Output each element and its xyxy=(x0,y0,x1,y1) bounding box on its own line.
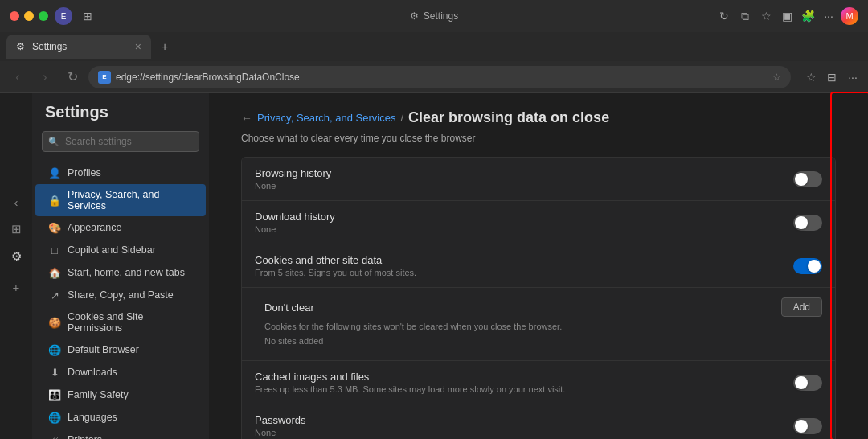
search-box: 🔍 xyxy=(42,131,199,152)
maximize-button[interactable] xyxy=(39,11,48,21)
breadcrumb-separator: / xyxy=(400,112,403,124)
sidebar-items: 👤Profiles🔒Privacy, Search, and Services🎨… xyxy=(32,162,209,439)
setting-row-cached: Cached images and files Frees up less th… xyxy=(242,361,835,404)
side-icons: ‹ ⊞ ⚙ + xyxy=(0,187,32,302)
toggle-browsing-history[interactable] xyxy=(793,171,822,187)
sidebar-item-family[interactable]: 👨‍👩‍👦Family Safety xyxy=(35,384,206,406)
star-icon[interactable]: ☆ xyxy=(772,72,781,83)
toggle-knob-cookies xyxy=(808,260,821,273)
site-favicon: E xyxy=(98,71,111,84)
setting-info-cookies: Cookies and other site data From 5 sites… xyxy=(255,254,780,277)
setting-label-passwords: Passwords xyxy=(255,414,780,426)
sidebar-item-profiles[interactable]: 👤Profiles xyxy=(35,162,206,184)
titlebar-right-icons: ↻ ⧉ ☆ ▣ 🧩 ··· M xyxy=(715,7,858,25)
sidebar-icon-share: ↗ xyxy=(48,289,61,302)
breadcrumb-parent[interactable]: Privacy, Search, and Services xyxy=(257,112,395,124)
sidebar-icon-family: 👨‍👩‍👦 xyxy=(48,388,61,401)
titlebar-center: ⚙ Settings xyxy=(410,10,458,22)
sidebar-label-cookies: Cookies and Site Permissions xyxy=(68,311,193,334)
tab-favicon: ⚙ xyxy=(16,41,27,52)
add-site-button[interactable]: Add xyxy=(781,297,822,317)
toggle-download-history[interactable] xyxy=(793,215,822,231)
sidebar-label-privacy: Privacy, Search, and Services xyxy=(68,189,193,211)
sidebar-toggle-icon[interactable]: ⊟ xyxy=(823,68,841,86)
toggle-highlight-box xyxy=(830,93,868,439)
more-icon[interactable]: ··· xyxy=(820,7,837,25)
browser-menu-icon[interactable]: ⊞ xyxy=(79,7,96,25)
sidebar-item-appearance[interactable]: 🎨Appearance xyxy=(35,216,206,239)
url-text: edge://settings/clearBrowsingDataOnClose xyxy=(116,72,768,83)
profile-avatar[interactable]: E xyxy=(55,7,72,25)
sidebar-label-start: Start, home, and new tabs xyxy=(68,267,185,278)
sidebar-icon-languages: 🌐 xyxy=(48,411,61,424)
window-title: Settings xyxy=(424,10,458,22)
refresh-button[interactable]: ↻ xyxy=(61,66,84,88)
sidebar-item-start[interactable]: 🏠Start, home, and new tabs xyxy=(35,261,206,284)
minimize-button[interactable] xyxy=(24,11,34,21)
extensions-icon[interactable]: 🧩 xyxy=(799,7,817,25)
setting-info-browsing-history: Browsing history None xyxy=(255,167,780,191)
side-settings-icon[interactable]: ⚙ xyxy=(4,244,28,269)
address-bar[interactable]: E edge://settings/clearBrowsingDataOnClo… xyxy=(88,66,791,88)
setting-info-cached: Cached images and files Frees up less th… xyxy=(255,371,780,394)
toggle-cookies[interactable] xyxy=(793,258,822,274)
titlebar: E ⊞ ⚙ Settings ↻ ⧉ ☆ ▣ 🧩 ··· M xyxy=(0,0,868,32)
setting-row-download-history: Download history None xyxy=(242,201,835,244)
refresh-icon[interactable]: ↻ xyxy=(715,7,733,25)
setting-label-download-history: Download history xyxy=(255,211,780,223)
settings-section: Browsing history None Download history N… xyxy=(241,157,836,439)
sidebar-item-downloads[interactable]: ⬇Downloads xyxy=(35,361,206,384)
sidebar-item-privacy[interactable]: 🔒Privacy, Search, and Services xyxy=(35,184,206,216)
main-content: ← Privacy, Search, and Services / Clear … xyxy=(209,93,868,439)
side-back-icon[interactable]: ‹ xyxy=(4,190,28,214)
toggle-passwords[interactable] xyxy=(793,418,822,434)
toggle-cached[interactable] xyxy=(793,375,822,391)
sidebar-item-browser[interactable]: 🌐Default Browser xyxy=(35,338,206,361)
setting-desc-browsing-history: None xyxy=(255,181,780,191)
tabbar: ⚙ Settings × + xyxy=(0,32,868,61)
profile-circle-icon[interactable]: M xyxy=(841,7,858,25)
hub-icon[interactable]: ☆ xyxy=(802,68,820,86)
new-tab-icon[interactable]: + xyxy=(156,38,174,55)
sidebar-item-share[interactable]: ↗Share, Copy, and Paste xyxy=(35,284,206,306)
sidebar-label-printers: Printers xyxy=(68,434,102,439)
tab-close-icon[interactable]: × xyxy=(135,40,141,53)
breadcrumb: ← Privacy, Search, and Services / Clear … xyxy=(241,109,836,126)
sidebar-item-copilot[interactable]: □Copilot and Sidebar xyxy=(35,239,206,261)
breadcrumb-back-icon[interactable]: ← xyxy=(241,112,252,125)
sidebar-item-cookies[interactable]: 🍪Cookies and Site Permissions xyxy=(35,306,206,338)
sidebar-label-browser: Default Browser xyxy=(68,344,139,355)
traffic-lights xyxy=(10,11,48,21)
close-button[interactable] xyxy=(10,11,19,21)
toggle-knob-download-history xyxy=(795,216,808,229)
favorites-icon[interactable]: ☆ xyxy=(757,7,775,25)
side-add-icon[interactable]: + xyxy=(4,275,28,299)
setting-row-passwords: Passwords None xyxy=(242,404,835,439)
settings-menu-icon[interactable]: ··· xyxy=(844,68,862,86)
sidebar-item-languages[interactable]: 🌐Languages xyxy=(35,406,206,429)
setting-label-cached: Cached images and files xyxy=(255,371,780,383)
sidebar-icon-copilot: □ xyxy=(48,244,61,256)
back-button[interactable]: ‹ xyxy=(6,66,29,88)
settings-icon: ⚙ xyxy=(410,10,419,22)
setting-control-passwords xyxy=(793,418,822,434)
search-icon: 🔍 xyxy=(48,137,59,147)
forward-button[interactable]: › xyxy=(34,66,56,88)
addressbar-actions: ☆ ⊟ ··· xyxy=(802,68,862,86)
sidebar-label-languages: Languages xyxy=(68,412,117,423)
setting-info-passwords: Passwords None xyxy=(255,414,780,437)
setting-row-dont-clear: Don't clear Add Cookies for the followin… xyxy=(242,288,835,361)
setting-label-browsing-history: Browsing history xyxy=(255,167,780,179)
side-tabs-icon[interactable]: ⊞ xyxy=(4,217,28,241)
page-subtitle: Choose what to clear every time you clos… xyxy=(241,133,836,144)
setting-control-cookies xyxy=(793,258,822,274)
search-input[interactable] xyxy=(42,131,199,152)
sidebar-label-profiles: Profiles xyxy=(68,167,101,178)
sidebar-item-printers[interactable]: 🖨Printers xyxy=(35,429,206,439)
collections-icon[interactable]: ▣ xyxy=(778,7,796,25)
sidebar-label-family: Family Safety xyxy=(68,389,129,400)
split-view-icon[interactable]: ⧉ xyxy=(736,7,754,25)
settings-tab[interactable]: ⚙ Settings × xyxy=(6,35,151,59)
sidebar-icon-browser: 🌐 xyxy=(48,343,61,356)
setting-control-download-history xyxy=(793,215,822,231)
